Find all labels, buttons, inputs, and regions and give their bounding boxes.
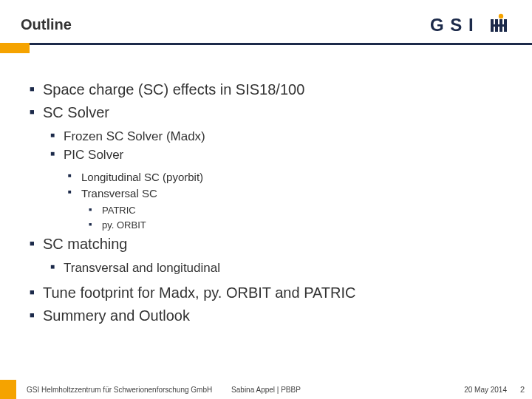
footer-date: 20 May 2014 bbox=[464, 386, 507, 394]
svg-point-0 bbox=[499, 14, 503, 18]
bullet-l3: Longitudinal SC (pyorbit) bbox=[68, 170, 502, 185]
bullet-l4: py. ORBIT bbox=[89, 219, 502, 232]
bullet-l1: Tune footprint for Madx, py. ORBIT and P… bbox=[30, 283, 502, 303]
svg-text:G S I: G S I bbox=[430, 15, 474, 35]
bullet-l2: PIC Solver bbox=[50, 147, 502, 164]
footer-org: GSI Helmholtzzentrum für Schwerionenfors… bbox=[27, 386, 212, 394]
bullet-l1: Space charge (SC) effects in SIS18/100 bbox=[30, 80, 502, 100]
bullet-l2: Transversal and longitudinal bbox=[50, 260, 502, 277]
gsi-logo: G S I bbox=[430, 13, 511, 35]
slide-footer: GSI Helmholtzzentrum für Schwerionenfors… bbox=[0, 380, 532, 399]
bullet-l2: Frozen SC Solver (Madx) bbox=[50, 129, 502, 146]
slide-title: Outline bbox=[21, 16, 72, 33]
svg-rect-6 bbox=[491, 24, 507, 27]
bullet-l4: PATRIC bbox=[89, 204, 502, 217]
bullet-l3: Transversal SC bbox=[68, 186, 502, 201]
bullet-l1: SC Solver bbox=[30, 103, 502, 123]
title-divider bbox=[0, 43, 532, 56]
bullet-l1: SC matching bbox=[30, 234, 502, 254]
outline-content: Space charge (SC) effects in SIS18/100 S… bbox=[0, 56, 532, 326]
footer-accent bbox=[0, 380, 16, 399]
bullet-l1: Summery and Outlook bbox=[30, 306, 502, 326]
page-number: 2 bbox=[520, 385, 525, 394]
footer-author: Sabina Appel | PBBP bbox=[231, 386, 301, 394]
